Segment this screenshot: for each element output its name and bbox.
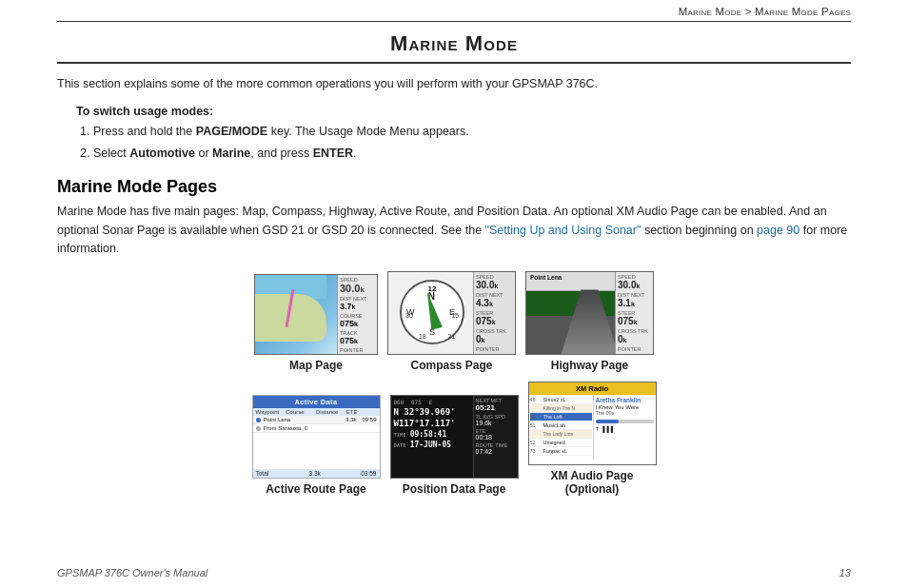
pos-trip-val: 19.6k [476, 420, 516, 426]
pos-date-val: 17-JUN-05 [410, 441, 451, 449]
xm-progress-fill [596, 420, 619, 423]
ar-col-ete: ETE [346, 409, 377, 415]
xm-ch-song-killing: Killing in The N [543, 405, 592, 411]
compass-dist-value: 4.3k [476, 298, 513, 308]
ar-waypoint-name: Point Lena [264, 417, 346, 422]
ar-dot-2 [256, 426, 261, 431]
pos-heading-row: 060 075 E [394, 399, 472, 405]
usage-step-1: Press and hold the PAGE/MODE key. The Us… [93, 122, 851, 142]
ar-dot [256, 418, 261, 422]
xm-album: The 00s [596, 410, 654, 416]
pos-date-row: DATE 17-JUN-05 [394, 441, 472, 449]
active-route-page-label: Active Route Page [266, 482, 365, 496]
pos-track-label: 075 [411, 399, 422, 405]
section-heading: Marine Mode Pages [57, 177, 851, 197]
ar-waypoint-name-2: From Sarasota, C [264, 425, 377, 431]
compass-circle: N E S W 12 18 21 30 15 [400, 280, 464, 344]
map-page-label: Map Page [289, 359, 343, 372]
screen-item-active-route: Active Data Waypoint Course Distance ETE… [252, 395, 381, 496]
map-track-value: 075k [340, 336, 375, 345]
xm-signal-bars: ▐▐▐ [601, 426, 613, 432]
compass-30: 30 [405, 312, 413, 319]
hw-steer-value: 075k [618, 316, 651, 326]
pos-lon: W117°17.117' [394, 419, 456, 428]
compass-needle [422, 291, 443, 331]
usage-steps: Press and hold the PAGE/MODE key. The Us… [93, 122, 851, 165]
page-link[interactable]: page 90 [757, 224, 799, 237]
xm-screen-image: XM Radio 48 Sirius2 xL Killing in The N [528, 382, 657, 465]
ar-header: Active Data [253, 396, 380, 408]
compass-page-label: Compass Page [410, 359, 492, 372]
xm-ch-row-killing: Killing in The N [530, 404, 592, 413]
xm-page-label: XM Audio Page (Optional) [551, 469, 634, 496]
hw-speed-value: 30.0k [618, 280, 651, 290]
ar-total-label: Total [256, 470, 269, 477]
xm-ch-num-killing [530, 405, 543, 411]
xm-ch-row-2: 50 The Loft [530, 413, 592, 421]
xm-ch-num-3: 51 [530, 422, 543, 428]
ar-total-ete: 03:59 [361, 470, 376, 477]
pos-lat: N 32°39.969' [394, 407, 456, 417]
xm-ch-num-1: 48 [530, 397, 543, 402]
compass-21: 21 [448, 333, 456, 340]
hw-data-panel: SPEED 30.0k DIST NEXT 3.1k STEER 075k CR… [615, 272, 653, 354]
compass-data-panel: SPEED 30.0k DIST NEXT 4.3k STEER 075k CR… [473, 272, 515, 354]
page-footer: GPSMAP 376C Owner's Manual 13 [57, 567, 851, 578]
footer-left: GPSMAP 376C Owner's Manual [57, 567, 207, 578]
xm-signal-area: T ▐▐▐ [596, 426, 654, 432]
pos-time-row: TIME 09:58:41 [394, 430, 472, 439]
ar-col-waypoint: Waypoint [256, 409, 286, 415]
position-page-label: Position Data Page [403, 482, 506, 496]
screen-item-highway: Point Lena SPEED 30.0k DIST NEXT 3.1k ST… [525, 271, 654, 372]
xm-signal-label: T [596, 426, 600, 432]
compass-xtrack-value: 0k [476, 334, 513, 344]
ar-col-course: Course [286, 409, 316, 415]
key-pagemode: PAGE/MODE [196, 125, 267, 138]
map-data-overlay: SPEED 30.0k DIST NEXT 3.7k COURSE 075k T… [337, 275, 377, 354]
position-screen-image: 060 075 E N 32°39.969' W117°17.117' TIME [390, 395, 519, 479]
term-marine: Marine [212, 147, 250, 160]
pos-speed-label: 060 [394, 399, 405, 405]
breadcrumb: Marine Mode > Marine Mode Pages [57, 0, 851, 22]
ar-footer: Total 3.3k 03:59 [253, 469, 380, 478]
map-dist-value: 3.7k [340, 302, 375, 311]
hw-dist-value: 3.1k [618, 298, 651, 308]
compass-pointer-label: POINTER [476, 346, 513, 352]
xm-ch-num-4: 52 [530, 440, 543, 445]
pos-next-mft-val: 05:21 [476, 403, 516, 412]
xm-header: XM Radio [529, 382, 656, 395]
hw-xtrack-value: 0k [618, 334, 651, 344]
xm-ch-song-lady: The Lady Line [543, 431, 592, 437]
xm-label-line1: XM Audio Page [551, 469, 634, 482]
ar-course-val: 3.3k [345, 417, 356, 422]
page-container: Marine Mode > Marine Mode Pages Marine M… [0, 0, 908, 588]
desc-text-2: section beginning on [641, 224, 757, 237]
xm-ch-name-1: Sirius2 xL [543, 397, 592, 402]
xm-ch-num-lady [530, 431, 543, 437]
compass-speed-value: 30.0k [476, 280, 513, 290]
xm-ch-row-5: 73 Funpac xL [530, 447, 592, 456]
compass-steer-value: 075k [476, 316, 513, 326]
description-paragraph: Marine Mode has five main pages: Map, Co… [57, 203, 851, 258]
sonar-link[interactable]: "Setting Up and Using Sonar" [485, 224, 642, 237]
screen-item-xm: XM Radio 48 Sirius2 xL Killing in The N [528, 382, 657, 496]
map-speed-value: 30.0k [340, 283, 375, 294]
compass-screen-image: N E S W 12 18 21 30 15 [387, 271, 516, 355]
ar-col-distance: Distance [316, 409, 346, 415]
map-pointer-label: POINTER [340, 347, 375, 353]
usage-title: To switch usage modes: [76, 105, 851, 118]
screenshots-area: SPEED 30.0k DIST NEXT 3.7k COURSE 075k T… [57, 271, 851, 496]
map-course-value: 075k [340, 319, 375, 328]
screens-row-2: Active Data Waypoint Course Distance ETE… [252, 382, 657, 496]
xm-ch-row-4: 52 Unsigned [530, 439, 592, 447]
term-automotive: Automotive [129, 147, 195, 160]
map-screen-image: SPEED 30.0k DIST NEXT 3.7k COURSE 075k T… [254, 274, 378, 355]
xm-body: 48 Sirius2 xL Killing in The N 50 The Lo… [529, 395, 656, 460]
pos-route-time-val: 07:42 [476, 448, 516, 455]
active-route-screen-image: Active Data Waypoint Course Distance ETE… [252, 395, 381, 479]
intro-paragraph: This section explains some of the more c… [57, 75, 851, 93]
screens-row-1: SPEED 30.0k DIST NEXT 3.7k COURSE 075k T… [254, 271, 654, 372]
compass-18: 18 [419, 333, 426, 340]
compass-15: 15 [451, 312, 459, 319]
usage-step-2: Select Automotive or Marine, and press E… [93, 144, 851, 164]
